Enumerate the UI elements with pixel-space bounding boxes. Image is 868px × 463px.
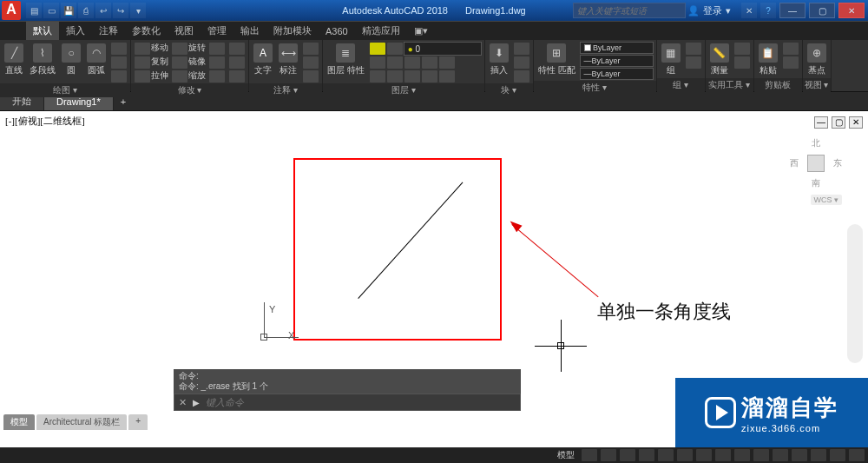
line-tool[interactable]: ╱直线 — [3, 42, 25, 78]
status-osnap-icon[interactable] — [658, 449, 674, 461]
command-close-icon[interactable]: ✕ — [174, 397, 190, 408]
panel-annotation-title[interactable]: 注释 ▾ — [249, 83, 322, 97]
wcs-badge[interactable]: WCS ▾ — [811, 195, 843, 205]
paste-tool[interactable]: 📋粘贴 — [757, 42, 779, 78]
linetype-combo[interactable]: — ByLayer — [580, 68, 654, 80]
panel-groups-title[interactable]: 组 ▾ — [657, 78, 705, 92]
help-search-input[interactable] — [573, 3, 686, 18]
close-button[interactable]: ✕ — [838, 3, 865, 18]
tab-insert[interactable]: 插入 — [59, 22, 92, 40]
viewport-minimize-icon[interactable]: — — [814, 116, 828, 129]
viewport-label[interactable]: [-][俯视][二维线框] — [5, 115, 85, 128]
panel-modify-title[interactable]: 修改 ▾ — [131, 83, 248, 97]
panel-clipboard-title[interactable]: 剪贴板 — [754, 78, 802, 92]
block-create-tool[interactable] — [514, 43, 529, 55]
tab-annotate[interactable]: 注释 — [92, 22, 125, 40]
layer-tool-c[interactable] — [404, 56, 420, 69]
copy-tool[interactable] — [135, 56, 150, 69]
basepoint-tool[interactable]: ⊕基点 — [806, 42, 828, 78]
tab-parametric[interactable]: 参数化 — [125, 22, 168, 40]
exchange-icon[interactable]: ✕ — [741, 3, 757, 18]
layer-props-tool[interactable]: ≣图层 特性 — [326, 42, 366, 78]
app-icon[interactable]: A — [2, 1, 21, 20]
panel-properties-title[interactable]: 特性 ▾ — [534, 81, 656, 95]
cut-tool[interactable] — [783, 43, 799, 55]
qat-save-icon[interactable]: 💾 — [61, 3, 76, 18]
command-input[interactable] — [202, 397, 520, 407]
status-otrack-icon[interactable] — [677, 449, 693, 461]
util-a[interactable] — [734, 43, 750, 55]
tab-output[interactable]: 输出 — [233, 22, 266, 40]
ungroup-tool[interactable] — [686, 56, 701, 69]
ucs-icon[interactable]: Y X — [257, 302, 300, 346]
navigation-bar[interactable] — [847, 224, 863, 363]
help-icon[interactable]: ? — [760, 3, 776, 18]
layout-model[interactable]: 模型 — [3, 414, 35, 430]
status-custom-icon[interactable] — [849, 449, 865, 461]
polyline-tool[interactable]: ⌇多段线 — [28, 42, 57, 78]
viewport-close-icon[interactable]: ✕ — [849, 116, 863, 129]
tab-featured[interactable]: 精选应用 — [355, 22, 407, 40]
ellipse-tool[interactable] — [111, 70, 127, 83]
layer-tool-i[interactable] — [422, 70, 437, 83]
panel-block-title[interactable]: 块 ▾ — [485, 83, 533, 97]
status-clean-icon[interactable] — [811, 449, 826, 461]
layer-tool-j[interactable] — [439, 70, 455, 83]
tab-manage[interactable]: 管理 — [201, 22, 233, 40]
status-lwt-icon[interactable] — [696, 449, 712, 461]
group-tool[interactable]: ▦组 — [660, 42, 682, 78]
status-ws-icon[interactable] — [792, 449, 807, 461]
layer-freeze-icon[interactable] — [387, 43, 403, 55]
qat-open-icon[interactable]: ▭ — [43, 3, 59, 18]
dimension-tool[interactable]: ⟷标注 — [277, 42, 299, 78]
util-b[interactable] — [734, 56, 750, 69]
stretch-tool[interactable] — [135, 70, 150, 83]
status-sc-icon[interactable] — [753, 449, 769, 461]
status-ortho-icon[interactable] — [620, 449, 635, 461]
scale-tool[interactable] — [172, 70, 187, 83]
status-grid-icon[interactable] — [582, 449, 597, 461]
copy-clip-tool[interactable] — [783, 56, 799, 69]
viewcube-top-face[interactable] — [807, 155, 825, 172]
qat-undo-icon[interactable]: ↪ — [113, 3, 128, 18]
layer-combo[interactable]: ● 0 — [404, 42, 482, 56]
login-button[interactable]: 👤 登录 ▾ — [687, 4, 731, 17]
tab-addins[interactable]: 附加模块 — [266, 22, 319, 40]
color-combo[interactable]: ByLayer — [580, 42, 654, 54]
circle-tool[interactable]: ○圆 — [60, 42, 82, 78]
match-props-tool[interactable]: ⊞特性 匹配 — [536, 42, 577, 78]
layer-on-icon[interactable] — [370, 43, 385, 55]
status-qp-icon[interactable] — [734, 449, 750, 461]
layer-tool-d[interactable] — [422, 56, 437, 69]
doctab-add[interactable]: + — [114, 96, 133, 107]
panel-view-title[interactable]: 视图 ▾ — [803, 78, 831, 92]
maximize-button[interactable]: ▢ — [809, 3, 835, 18]
status-iso-icon[interactable] — [830, 449, 845, 461]
panel-draw-title[interactable]: 绘图 ▾ — [0, 83, 130, 97]
qat-redo-icon[interactable]: ▾ — [130, 3, 146, 18]
layer-tool-h[interactable] — [404, 70, 420, 83]
qat-print-icon[interactable]: ↩ — [95, 3, 111, 18]
layout-arch[interactable]: Architectural 标题栏 — [36, 414, 127, 430]
qat-saveas-icon[interactable]: ⎙ — [78, 3, 94, 18]
block-attr-tool[interactable] — [514, 70, 529, 83]
layer-tool-e[interactable] — [439, 56, 455, 69]
block-edit-tool[interactable] — [514, 56, 529, 69]
insert-block-tool[interactable]: ⬇插入 — [488, 42, 510, 78]
fillet-tool[interactable] — [209, 56, 225, 69]
measure-tool[interactable]: 📏测量 — [708, 42, 731, 78]
leader-tool[interactable] — [303, 43, 319, 55]
layer-tool-g[interactable] — [387, 70, 403, 83]
status-dyn-icon[interactable] — [715, 449, 731, 461]
mirror-tool[interactable] — [172, 56, 187, 69]
lineweight-combo[interactable]: — ByLayer — [580, 55, 654, 67]
qat-new-icon[interactable]: ▤ — [26, 3, 42, 18]
move-tool[interactable] — [135, 43, 150, 55]
offset-tool[interactable] — [229, 43, 245, 55]
layer-tool-a[interactable] — [370, 56, 385, 69]
minimize-button[interactable]: — — [779, 3, 806, 18]
tab-bullet-icon[interactable]: ▣▾ — [407, 22, 435, 40]
status-polar-icon[interactable] — [639, 449, 654, 461]
tab-view[interactable]: 视图 — [168, 22, 201, 40]
status-model-button[interactable]: 模型 — [554, 449, 578, 461]
